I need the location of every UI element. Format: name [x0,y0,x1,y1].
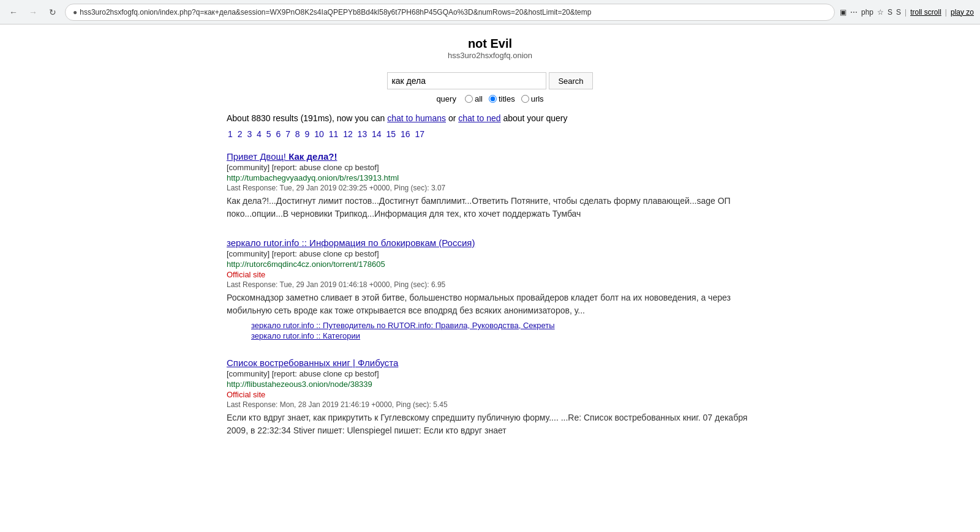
chat-ned-link[interactable]: chat to ned [458,113,500,123]
extensions-icon: ▣ [840,8,846,17]
result-meta: [community] [report: abuse clone cp best… [227,163,753,172]
result-snippet: Как дела?!...Достигнут лимит постов...До… [227,195,753,220]
sub-link-2[interactable]: зеркало rutor.info :: Категории [251,331,753,340]
page-11[interactable]: 11 [329,129,339,139]
about-query-text: about your query [503,113,567,123]
page-12[interactable]: 12 [343,129,353,139]
page-content: not Evil hss3uro2hsxfogfq.onion Search q… [214,24,766,466]
page-13[interactable]: 13 [358,129,368,139]
search-input[interactable] [387,72,546,89]
result-item: зеркало rutor.info :: Информация по блок… [227,238,753,340]
result-title-link[interactable]: Список востребованных книг | Флибуста [227,358,398,368]
page-8[interactable]: 8 [295,129,300,139]
titles-radio[interactable] [489,95,497,103]
search-options: query all titles urls [227,94,753,103]
play-zo-link[interactable]: play zo [951,8,974,17]
result-official-site: Official site [227,270,753,279]
page-14[interactable]: 14 [372,129,382,139]
page-1[interactable]: 1 [228,129,233,139]
urls-option[interactable]: urls [521,94,544,103]
page-10[interactable]: 10 [314,129,324,139]
reload-button[interactable]: ↻ [45,5,60,20]
search-form: Search query all titles urls [227,72,753,103]
result-snippet: Роскомнадзор заметно сливает в этой битв… [227,291,753,317]
profile-icon: S [888,8,892,17]
result-url: http://tumbachegvyaadyq.onion/b/res/1391… [227,173,753,182]
page-5[interactable]: 5 [266,129,271,139]
query-label: query [436,94,456,103]
separator: | [905,8,907,17]
search-row: Search [227,72,753,89]
profile-icon2: S [896,8,901,17]
result-snippet: Если кто вдруг знает, как прикрутить к Г… [227,411,753,437]
result-url-link[interactable]: http://flibustahezeous3.onion/node/38339 [227,380,372,389]
result-title-link[interactable]: зеркало rutor.info :: Информация по блок… [227,238,475,248]
urls-radio[interactable] [521,95,529,103]
result-official-site: Official site [227,390,753,399]
result-url-link[interactable]: http://tumbachegvyaadyq.onion/b/res/1391… [227,173,399,182]
site-title: not Evil [227,37,753,51]
result-url: http://flibustahezeous3.onion/node/38339 [227,380,753,389]
lock-icon: ● [73,8,77,17]
sub-links: зеркало rutor.info :: Путеводитель по RU… [227,321,753,340]
browser-right-controls: ▣ ⋯ php ☆ S S | troll scroll | play zo [840,8,974,17]
result-title-link[interactable]: Привет Двощ! Как дела?! [227,151,337,162]
address-bar[interactable]: ● hss3uro2hsxfogfq.onion/index.php?q=как… [65,4,835,21]
pagination: 1 2 3 4 5 6 7 8 9 10 11 12 13 14 15 16 1… [227,129,753,139]
site-domain: hss3uro2hsxfogfq.onion [227,51,753,60]
chat-humans-link[interactable]: chat to humans [387,113,446,123]
forward-button[interactable]: → [26,5,40,20]
separator2: | [945,8,947,17]
page-2[interactable]: 2 [238,129,243,139]
titles-label: titles [499,94,515,103]
page-4[interactable]: 4 [257,129,262,139]
page-16[interactable]: 16 [401,129,410,139]
results-info: About 8830 results (191ms), now you can … [227,113,753,123]
php-badge: php [861,8,873,17]
all-radio[interactable] [465,95,473,103]
browser-chrome: ← → ↻ ● hss3uro2hsxfogfq.onion/index.php… [0,0,980,24]
result-url: http://rutorc6mqdinc4cz.onion/torrent/17… [227,260,753,269]
result-title: Привет Двощ! Как дела?! [227,151,753,162]
page-7[interactable]: 7 [285,129,290,139]
page-17[interactable]: 17 [415,129,424,139]
results-summary: About 8830 results (191ms), now you can [227,113,385,123]
result-ping: Last Response: Tue, 29 Jan 2019 01:46:18… [227,280,753,289]
search-button[interactable]: Search [549,72,592,89]
site-header: not Evil hss3uro2hsxfogfq.onion [227,37,753,60]
menu-icon: ⋯ [850,8,858,17]
urls-label: urls [531,94,544,103]
page-3[interactable]: 3 [247,129,252,139]
result-meta: [community] [report: abuse clone cp best… [227,249,753,258]
or-text: or [448,113,458,123]
star-icon: ☆ [877,8,884,17]
page-9[interactable]: 9 [305,129,310,139]
all-option[interactable]: all [465,94,483,103]
troll-scroll-link[interactable]: troll scroll [910,8,941,17]
result-ping: Last Response: Mon, 28 Jan 2019 21:46:19… [227,400,753,409]
result-item: Привет Двощ! Как дела?! [community] [rep… [227,151,753,220]
result-title: зеркало rutor.info :: Информация по блок… [227,238,753,248]
result-meta: [community] [report: abuse clone cp best… [227,369,753,378]
result-title: Список востребованных книг | Флибуста [227,358,753,368]
result-item: Список востребованных книг | Флибуста [c… [227,358,753,437]
page-6[interactable]: 6 [276,129,281,139]
url-text: hss3uro2hsxfogfq.onion/index.php?q=как+д… [80,8,591,17]
back-button[interactable]: ← [6,5,21,20]
result-ping: Last Response: Tue, 29 Jan 2019 02:39:25… [227,184,753,192]
result-url-link[interactable]: http://rutorc6mqdinc4cz.onion/torrent/17… [227,260,385,269]
page-15[interactable]: 15 [386,129,396,139]
titles-option[interactable]: titles [489,94,515,103]
sub-link-1[interactable]: зеркало rutor.info :: Путеводитель по RU… [251,321,753,330]
all-label: all [475,94,483,103]
